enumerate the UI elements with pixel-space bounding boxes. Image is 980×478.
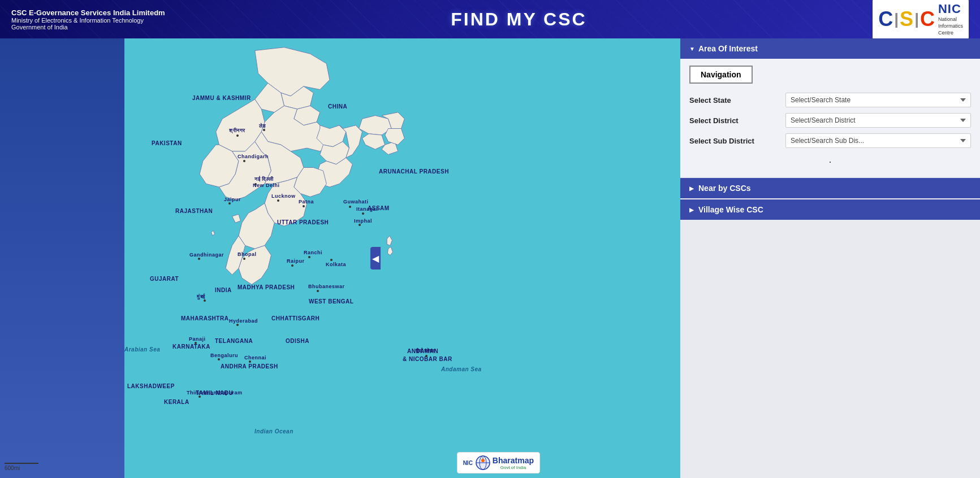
bharatmap-globe-icon <box>475 455 491 471</box>
state-select[interactable]: Select/Search State <box>785 93 971 107</box>
left-decorative-panel <box>0 38 124 478</box>
main-content: .state { fill: #f0ede0; stroke: #6a7aaa;… <box>0 38 980 478</box>
csc-c2-letter: C <box>920 7 935 31</box>
form-row-state: Select State Select/Search State <box>689 93 971 107</box>
app-title: FIND MY CSC <box>451 9 586 30</box>
nic-full-line3: Centre <box>938 30 963 37</box>
csc-divider2: | <box>914 10 919 28</box>
form-row-subdistrict: Select Sub District Select/Search Sub Di… <box>689 133 971 148</box>
aoi-section: ▼ Area Of Interest <box>680 38 980 59</box>
svg-point-3 <box>481 459 485 462</box>
scale-label: 600mi <box>5 465 20 471</box>
village-wise-arrow-icon: ▶ <box>689 207 694 213</box>
map-area: .state { fill: #f0ede0; stroke: #6a7aaa;… <box>0 38 680 478</box>
bharatmap-logo: NIC Bharatmap Govt of India <box>457 452 540 473</box>
right-sidebar: ▼ Area Of Interest Navigation Select Sta… <box>680 38 980 478</box>
village-wise-csc-section[interactable]: ▶ Village Wise CSC <box>680 199 980 220</box>
ministry-name: Ministry of Electronics & Information Te… <box>11 17 165 24</box>
nearby-cscs-label: Near by CSCs <box>698 184 751 193</box>
form-row-district: Select District Select/Search District <box>689 113 971 128</box>
district-label: Select District <box>689 116 780 125</box>
tab-navigation[interactable]: Navigation <box>689 66 753 84</box>
bharatmap-sub: Govt of India <box>493 465 534 470</box>
scale-bar: 600mi <box>5 463 38 471</box>
subdistrict-label: Select Sub District <box>689 137 780 145</box>
dot-separator: . <box>689 154 971 166</box>
nearby-cscs-arrow-icon: ▶ <box>689 185 694 192</box>
aoi-content: Navigation Select State Select/Search St… <box>680 59 980 177</box>
nic-full-line2: Informatics <box>938 23 963 30</box>
csc-letters: C | S | C <box>878 7 935 31</box>
bharatmap-text: Bharatmap <box>493 456 534 465</box>
bharatmap-nic: NIC <box>463 460 473 466</box>
village-wise-label: Village Wise CSC <box>698 205 763 214</box>
aoi-header: ▼ Area Of Interest <box>680 38 980 59</box>
csc-c1-letter: C <box>878 7 893 31</box>
nic-acronym: NIC <box>938 2 963 16</box>
toggle-arrow-icon: ◀ <box>372 253 379 264</box>
govt-name: Government of India <box>11 24 165 31</box>
csc-divider1: | <box>894 10 899 28</box>
subdistrict-select[interactable]: Select/Search Sub Dis... <box>785 133 971 148</box>
nearby-cscs-section[interactable]: ▶ Near by CSCs <box>680 178 980 198</box>
app-header: CSC E-Governance Services India Limitedm… <box>0 0 980 38</box>
district-select[interactable]: Select/Search District <box>785 113 971 128</box>
aoi-collapse-icon[interactable]: ▼ <box>689 46 695 52</box>
nic-full-line1: National <box>938 16 963 23</box>
org-info: CSC E-Governance Services India Limitedm… <box>11 8 165 31</box>
org-name: CSC E-Governance Services India Limitedm <box>11 8 165 17</box>
india-map-svg: .state { fill: #f0ede0; stroke: #6a7aaa;… <box>113 44 520 434</box>
nav-tabs: Navigation <box>689 66 971 84</box>
nic-logo: C | S | C NIC National Informatics Centr… <box>873 0 969 38</box>
state-label: Select State <box>689 96 780 105</box>
sidebar-toggle-button[interactable]: ◀ <box>370 247 381 270</box>
logo-area: C | S | C NIC National Informatics Centr… <box>873 0 969 38</box>
csc-s-letter: S <box>900 7 913 31</box>
nic-text: NIC National Informatics Centre <box>938 2 963 36</box>
aoi-label: Area Of Interest <box>698 44 758 53</box>
